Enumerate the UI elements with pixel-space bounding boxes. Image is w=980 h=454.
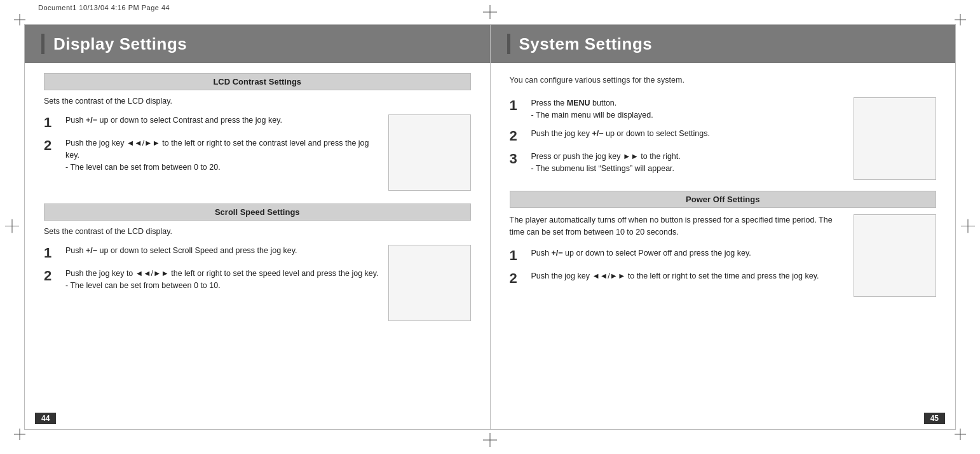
left-page-body: LCD Contrast Settings Sets the contrast … [25,73,490,347]
menu-step-3: 3 Press or push the jog key ►► to the ri… [510,151,845,175]
reg-mark-br [955,429,966,440]
power-off-desc: The player automatically turns off when … [510,214,845,238]
scroll-step-2-number: 2 [44,268,62,284]
power-step-1-number: 1 [510,247,527,264]
scroll-speed-image-col [388,245,471,321]
menu-steps-image [854,97,936,180]
scroll-speed-inner: 1 Push +/− up or down to select Scroll S… [44,245,471,321]
scroll-speed-section: Scroll Speed Settings Sets the contrast … [44,203,471,321]
menu-step-1-text: Press the MENU button.- The main menu wi… [531,97,653,121]
header-accent [41,34,44,54]
menu-step-2: 2 Push the jog key +/− up or down to sel… [510,128,845,144]
scroll-step-1-text: Push +/− up or down to select Scroll Spe… [65,245,297,257]
lcd-contrast-section: LCD Contrast Settings Sets the contrast … [44,73,471,191]
scroll-step-1-number: 1 [44,245,62,261]
power-off-title: Power Off Settings [510,191,937,208]
doc-header: Document1 10/13/04 4:16 PM Page 44 [38,4,170,11]
power-off-steps-col: The player automatically turns off when … [510,214,845,297]
menu-step-1-number: 1 [510,97,527,114]
system-intro: You can configure various settings for t… [510,73,937,85]
menu-step-1: 1 Press the MENU button.- The main menu … [510,97,845,121]
crosshair-right [961,219,975,235]
lcd-contrast-desc: Sets the contrast of the LCD display. [44,97,471,106]
right-page-body: You can configure various settings for t… [491,73,956,310]
system-header-accent [507,34,510,54]
right-page-number: 45 [924,413,945,424]
document-wrapper: Document1 10/13/04 4:16 PM Page 44 Displ [0,0,980,454]
lcd-step-2-text: Push the jog key ◄◄/►► to the left or ri… [65,137,382,173]
lcd-step-2: 2 Push the jog key ◄◄/►► to the left or … [44,137,382,173]
power-off-image [854,214,936,297]
left-page-number: 44 [35,413,56,424]
crosshair-top [483,5,497,21]
power-step-2-text: Push the jog key ◄◄/►► to the left or ri… [531,270,819,282]
scroll-speed-title: Scroll Speed Settings [44,203,471,221]
crosshair-bottom [483,433,497,449]
scroll-speed-steps: 1 Push +/− up or down to select Scroll S… [44,245,382,321]
scroll-speed-image [388,245,471,321]
lcd-step-1-text: Push +/− up or down to select Contrast a… [65,114,282,127]
power-off-section: Power Off Settings The player automatica… [510,191,937,297]
scroll-step-1: 1 Push +/− up or down to select Scroll S… [44,245,382,261]
page-right: System Settings You can configure variou… [491,25,956,429]
page-left: Display Settings LCD Contrast Settings S… [25,25,491,429]
display-settings-header: Display Settings [25,25,490,63]
power-off-inner: The player automatically turns off when … [510,214,937,297]
main-content: Display Settings LCD Contrast Settings S… [24,24,956,430]
system-settings-header: System Settings [491,25,956,63]
menu-step-2-number: 2 [510,128,527,144]
lcd-step-1: 1 Push +/− up or down to select Contrast… [44,114,382,131]
scroll-step-2-text: Push the jog key to ◄◄/►► the left or ri… [65,268,379,292]
scroll-step-2: 2 Push the jog key to ◄◄/►► the left or … [44,268,382,292]
power-step-2-number: 2 [510,270,527,287]
lcd-step-2-number: 2 [44,137,62,154]
menu-step-2-text: Push the jog key +/− up or down to selec… [531,128,710,140]
crosshair-left [5,219,19,235]
menu-steps-section: 1 Press the MENU button.- The main menu … [510,97,937,181]
power-off-image-col [854,214,936,297]
power-step-1: 1 Push +/− up or down to select Power of… [510,247,845,264]
reg-mark-tr [955,14,966,25]
display-settings-title: Display Settings [53,34,187,54]
menu-step-3-text: Press or push the jog key ►► to the righ… [531,151,681,175]
lcd-contrast-title: LCD Contrast Settings [44,73,471,90]
lcd-contrast-steps: 1 Push +/− up or down to select Contrast… [44,114,382,191]
lcd-contrast-image-col [388,114,471,191]
reg-mark-bl [14,429,25,440]
lcd-contrast-inner: 1 Push +/− up or down to select Contrast… [44,114,471,191]
power-step-1-text: Push +/− up or down to select Power off … [531,247,751,259]
system-settings-title: System Settings [519,34,653,54]
lcd-contrast-image [388,114,471,191]
menu-steps-image-col [854,97,936,181]
menu-steps-col: 1 Press the MENU button.- The main menu … [510,97,845,181]
lcd-step-1-number: 1 [44,114,62,131]
power-step-2: 2 Push the jog key ◄◄/►► to the left or … [510,270,845,287]
scroll-speed-desc: Sets the contrast of the LCD display. [44,227,471,236]
menu-step-3-number: 3 [510,151,527,167]
